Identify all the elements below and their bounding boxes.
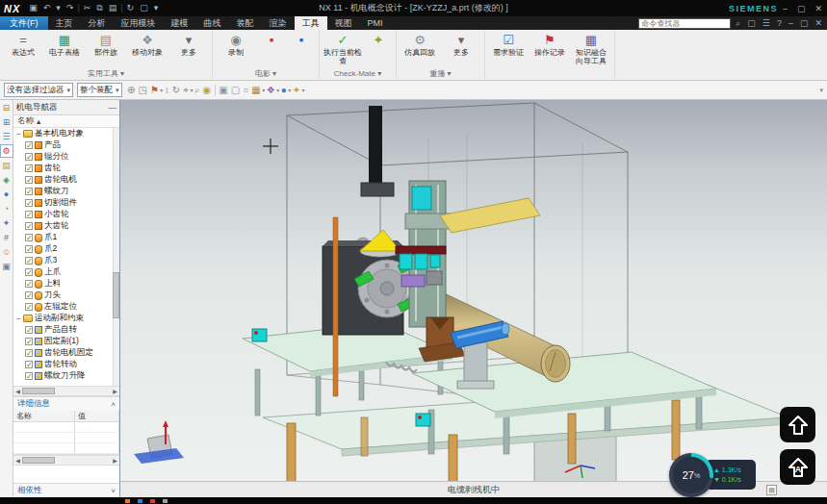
tree-item[interactable]: ✓产品自转: [13, 324, 119, 336]
column-header-值[interactable]: 值: [75, 411, 119, 421]
replay-more-button[interactable]: ▾更多: [441, 32, 481, 65]
window-grid-icon[interactable]: ▦: [250, 85, 262, 95]
shaded-view-icon[interactable]: ▣: [218, 85, 229, 95]
lighting-icon[interactable]: ✦: [291, 85, 301, 95]
wireframe-view-icon[interactable]: ▢: [229, 85, 241, 95]
shift-indicator-overlay[interactable]: [780, 407, 815, 442]
lighting-icon-caret[interactable]: ▾: [302, 87, 305, 93]
tree-item[interactable]: ✓螺纹刀升降: [13, 370, 119, 382]
tab-工具[interactable]: 工具: [295, 16, 327, 30]
checkbox-icon[interactable]: ✓: [25, 211, 33, 218]
tree-item[interactable]: ✓小齿轮: [13, 209, 119, 220]
ribbon-group-label[interactable]: 实用工具 ▾: [3, 68, 209, 80]
checkbox-icon[interactable]: ✓: [25, 303, 33, 311]
tree-item[interactable]: ✓大齿轮: [13, 220, 119, 232]
tab-视图[interactable]: 视图: [327, 16, 360, 30]
restore-button[interactable]: ▢: [792, 4, 811, 13]
rotate-filter-icon[interactable]: ↻: [170, 85, 181, 95]
process-studio-icon[interactable]: ✦: [1, 217, 13, 229]
command-search-input[interactable]: [638, 18, 731, 29]
tree-item[interactable]: ✓左辊定位: [13, 301, 119, 313]
tree-item[interactable]: ✓齿轮电机固定: [13, 347, 119, 359]
select-handle-icon[interactable]: ◳: [137, 85, 148, 95]
tree-horizontal-scrollbar[interactable]: ◀▶: [13, 386, 119, 396]
roles-icon[interactable]: ☺: [1, 246, 13, 258]
tree-item[interactable]: ✓产品: [13, 139, 119, 151]
expressions-button[interactable]: =表达式: [3, 32, 43, 65]
copy-icon[interactable]: ⧉: [93, 3, 105, 13]
reuse-library-icon[interactable]: ▤: [1, 160, 13, 171]
undo-icon[interactable]: ↶: [40, 3, 54, 13]
redo-icon[interactable]: ↷: [64, 3, 77, 13]
doc-minimize-icon[interactable]: –: [787, 18, 795, 28]
save-icon[interactable]: ▣: [26, 3, 40, 13]
windows-taskbar[interactable]: [0, 497, 827, 504]
tree-item[interactable]: −基本机电对象: [13, 128, 119, 139]
checkbox-icon[interactable]: ✓: [25, 199, 33, 207]
checkbox-icon[interactable]: ✓: [25, 268, 33, 276]
checkbox-icon[interactable]: ✓: [25, 349, 33, 357]
constraint-navigator-icon[interactable]: ⊞: [1, 116, 13, 128]
capslock-indicator-overlay[interactable]: A: [780, 449, 815, 485]
tree-item[interactable]: −运动副和约束: [13, 313, 119, 324]
window-layout-icon[interactable]: ▢: [745, 18, 758, 28]
navigator-column-header[interactable]: 名称▴: [13, 115, 119, 128]
tree-item[interactable]: ✓固定副(1): [13, 336, 119, 347]
doc-close-icon[interactable]: ✕: [813, 18, 824, 28]
command-finder-icon[interactable]: ⌕: [734, 18, 742, 29]
tree-item[interactable]: ✓刀头: [13, 290, 119, 301]
system-materials-icon[interactable]: ▣: [1, 261, 13, 272]
knowledge-fusion-button[interactable]: ▦知识融合 向导工具: [571, 32, 611, 65]
tree-item[interactable]: ✓齿轮转动: [13, 359, 119, 370]
checkbox-icon[interactable]: ✓: [25, 245, 33, 253]
tree-item[interactable]: ✓爪3: [13, 255, 119, 266]
checkbox-icon[interactable]: ✓: [25, 141, 33, 149]
expander-icon[interactable]: −: [16, 130, 23, 139]
checkbox-icon[interactable]: ✓: [25, 234, 33, 241]
tab-建模[interactable]: 建模: [164, 16, 196, 30]
clipboard-icon[interactable]: ▤: [766, 485, 777, 495]
tab-装配[interactable]: 装配: [229, 16, 262, 30]
undo-caret-icon[interactable]: ▾: [53, 3, 64, 13]
history-icon[interactable]: ◔: [1, 203, 13, 214]
snap-options-icon[interactable]: ⌖: [182, 85, 191, 96]
checkbox-icon[interactable]: ✓: [25, 257, 33, 265]
spreadsheet-button[interactable]: ▦电子表格: [44, 32, 85, 65]
mechatronics-navigator-icon[interactable]: ⚙: [1, 145, 13, 157]
checkbox-icon[interactable]: ✓: [25, 291, 33, 299]
collapse-panel-icon[interactable]: —: [109, 103, 117, 113]
tree-item[interactable]: ✓螺纹刀: [13, 186, 119, 197]
studio-view-icon[interactable]: ○: [242, 85, 250, 95]
checkbox-icon[interactable]: ✓: [25, 153, 33, 161]
move-object-button[interactable]: ❖移动对象: [127, 32, 168, 65]
touch-panel-icon[interactable]: ☰: [761, 18, 772, 28]
move-filter-icon[interactable]: ↕: [163, 85, 170, 95]
checkbox-icon[interactable]: ✓: [25, 372, 33, 380]
selection-filter-combo[interactable]: 没有选择过滤器▾: [4, 83, 73, 97]
taskbar-app-icon[interactable]: [125, 499, 130, 503]
toolbar-overflow-caret[interactable]: ▾: [819, 87, 827, 94]
checkbox-icon[interactable]: ✓: [25, 164, 33, 172]
snap-point-icon[interactable]: ⊕: [126, 85, 137, 95]
close-button[interactable]: ✕: [810, 4, 827, 13]
tree-item[interactable]: ✓上爪: [13, 266, 119, 278]
paste-icon[interactable]: ▤: [106, 3, 120, 13]
window-caret-icon[interactable]: ▾: [151, 3, 162, 13]
movie-pause-button[interactable]: ▪: [257, 32, 286, 65]
doc-restore-icon[interactable]: ▢: [798, 18, 811, 28]
tab-渲染[interactable]: 渲染: [262, 16, 295, 30]
tree-item[interactable]: ✓切割组件: [13, 197, 119, 209]
movie-record-button[interactable]: ◉录制: [216, 32, 256, 65]
part-families-button[interactable]: ▤部件族: [86, 32, 126, 65]
checkbox-icon[interactable]: ✓: [25, 280, 33, 288]
tree-item[interactable]: ✓齿轮电机: [13, 174, 119, 186]
tree-item[interactable]: ✓辊分位: [13, 151, 119, 163]
taskbar-app-icon[interactable]: [138, 499, 142, 503]
tab-应用模块[interactable]: 应用模块: [114, 16, 164, 30]
repeat-command-icon[interactable]: ↻: [124, 3, 138, 13]
graphics-viewport[interactable]: [120, 100, 827, 481]
network-speed-ball[interactable]: 27%: [669, 453, 713, 497]
taskbar-app-icon[interactable]: [163, 499, 168, 503]
utilities-more-button[interactable]: ▾更多: [168, 32, 209, 65]
perform-check-button[interactable]: ✓执行当前检查: [323, 32, 363, 65]
